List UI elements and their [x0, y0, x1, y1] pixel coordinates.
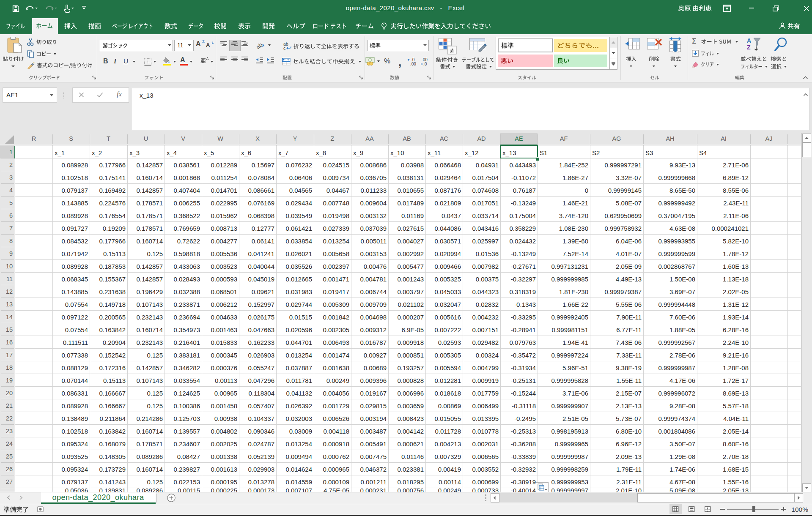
svg-text:A: A	[747, 37, 751, 44]
svg-text:ab: ab	[256, 41, 263, 49]
svg-text:Z: Z	[747, 44, 751, 51]
svg-text:c: c	[283, 46, 285, 50]
svg-text:.0: .0	[423, 62, 427, 66]
svg-text:.00: .00	[410, 62, 416, 66]
